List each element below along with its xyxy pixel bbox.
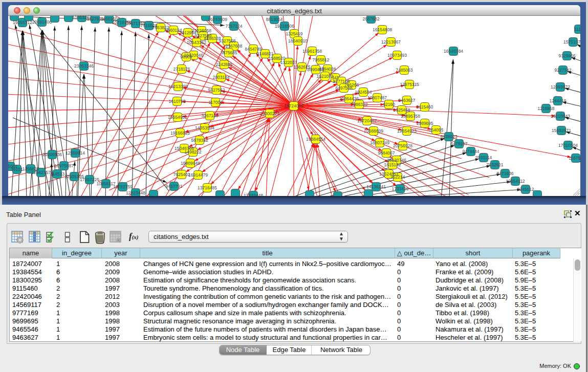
svg-text:18724007: 18724007: [284, 103, 303, 108]
svg-text:114513: 114513: [50, 171, 64, 177]
svg-text:9463627: 9463627: [398, 98, 415, 103]
svg-text:19218506: 19218506: [275, 24, 294, 29]
svg-text:117006: 117006: [208, 100, 223, 105]
svg-text:9227342: 9227342: [554, 68, 571, 73]
svg-text:2803144: 2803144: [212, 75, 229, 80]
svg-text:10654112: 10654112: [506, 179, 525, 184]
svg-text:12975115: 12975115: [400, 82, 419, 87]
svg-text:252214: 252214: [390, 174, 405, 180]
svg-text:12213967: 12213967: [381, 39, 401, 45]
svg-text:12823448: 12823448: [126, 190, 145, 195]
svg-text:1024554: 1024554: [355, 90, 372, 95]
svg-text:7357224: 7357224: [225, 24, 242, 29]
svg-text:1215958: 1215958: [537, 106, 554, 111]
svg-text:1733426: 1733426: [391, 186, 408, 191]
svg-text:1244419: 1244419: [549, 98, 566, 103]
svg-text:1498222: 1498222: [184, 149, 201, 155]
svg-text:12823448: 12823448: [244, 193, 263, 196]
svg-text:1615132: 1615132: [384, 162, 401, 167]
svg-text:1112: 1112: [574, 27, 580, 32]
svg-text:15751074: 15751074: [563, 39, 580, 45]
svg-text:13716485: 13716485: [198, 185, 217, 190]
svg-text:6479197: 6479197: [450, 141, 467, 146]
svg-text:16210643: 16210643: [551, 114, 570, 119]
svg-text:6794028: 6794028: [319, 67, 336, 72]
svg-text:20691406: 20691406: [32, 19, 52, 25]
svg-text:2718176: 2718176: [173, 67, 190, 72]
svg-text:9474444: 9474444: [462, 149, 479, 154]
svg-text:16409948: 16409948: [181, 161, 200, 166]
svg-text:2242845: 2242845: [215, 62, 232, 67]
svg-text:9457791: 9457791: [165, 184, 182, 189]
svg-text:16914479: 16914479: [188, 172, 208, 178]
svg-text:2687682: 2687682: [362, 16, 379, 21]
svg-text:1610755: 1610755: [168, 99, 185, 104]
svg-text:15692971: 15692971: [552, 128, 571, 133]
svg-text:1025458: 1025458: [393, 107, 410, 113]
svg-text:3267130: 3267130: [201, 113, 218, 118]
svg-text:8938923: 8938923: [440, 134, 457, 139]
svg-text:9684067: 9684067: [378, 150, 395, 156]
svg-text:12213399: 12213399: [168, 84, 188, 89]
svg-text:1089695: 1089695: [416, 121, 433, 126]
svg-text:23053346: 23053346: [74, 63, 94, 69]
svg-text:15720407: 15720407: [357, 118, 377, 123]
svg-text:16033809: 16033809: [208, 17, 227, 22]
svg-text:19654952: 19654952: [168, 115, 187, 120]
svg-text:164095: 164095: [429, 127, 444, 133]
svg-text:7955812: 7955812: [312, 57, 329, 62]
svg-text:7485063: 7485063: [396, 68, 412, 73]
svg-text:16782759: 16782759: [113, 184, 133, 189]
svg-text:10807487: 10807487: [367, 95, 387, 100]
svg-text:8813054: 8813054: [266, 17, 282, 22]
svg-text:1621072: 1621072: [316, 74, 333, 79]
svg-text:10973493: 10973493: [387, 53, 407, 58]
svg-text:16961758: 16961758: [302, 49, 322, 54]
svg-text:7625402: 7625402: [173, 172, 190, 177]
svg-text:12359914: 12359914: [66, 150, 85, 156]
svg-text:2367608: 2367608: [225, 43, 242, 49]
svg-text:12093872: 12093872: [551, 84, 570, 90]
svg-text:12942757: 12942757: [31, 170, 51, 175]
svg-text:17010504: 17010504: [558, 143, 578, 148]
svg-text:23226058: 23226058: [192, 28, 211, 33]
svg-text:20756928: 20756928: [393, 143, 412, 148]
svg-text:18807249: 18807249: [370, 140, 389, 145]
svg-text:13495758: 13495758: [401, 114, 420, 119]
svg-text:8471636: 8471636: [496, 171, 513, 176]
svg-text:3875685: 3875685: [220, 50, 237, 55]
svg-text:39151: 39151: [11, 167, 23, 172]
svg-text:9115460: 9115460: [417, 104, 433, 110]
svg-text:18640910: 18640910: [288, 38, 308, 43]
svg-text:7632621: 7632621: [486, 162, 503, 167]
svg-text:19166825: 19166825: [170, 130, 190, 136]
svg-text:10688609: 10688609: [364, 128, 383, 134]
svg-text:20364436: 20364436: [339, 96, 359, 101]
svg-text:9327508: 9327508: [219, 38, 235, 43]
svg-text:7986322: 7986322: [351, 102, 367, 107]
svg-text:19654923: 19654923: [397, 128, 417, 134]
svg-text:16154808: 16154808: [373, 27, 392, 32]
svg-text:19055712: 19055712: [13, 20, 32, 25]
svg-text:10975887: 10975887: [54, 163, 74, 168]
svg-text:9427552: 9427552: [208, 87, 225, 93]
svg-text:25300273: 25300273: [260, 111, 279, 116]
svg-text:19384554: 19384554: [306, 137, 325, 142]
svg-text:62160: 62160: [383, 102, 395, 107]
svg-text:2933114: 2933114: [475, 155, 492, 160]
svg-text:14353594: 14353594: [195, 125, 214, 130]
svg-text:98901: 98901: [180, 54, 192, 59]
svg-text:9245612: 9245612: [517, 187, 534, 192]
svg-text:1325419: 1325419: [286, 31, 302, 36]
svg-text:5878312: 5878312: [191, 138, 208, 143]
svg-text:116753: 116753: [569, 156, 580, 161]
svg-text:10543362: 10543362: [187, 40, 206, 45]
svg-text:6497508: 6497508: [335, 85, 352, 91]
svg-text:9329966: 9329966: [558, 53, 575, 58]
svg-text:14136141: 14136141: [366, 184, 386, 189]
svg-text:20206536: 20206536: [42, 152, 62, 157]
svg-text:16648784: 16648784: [444, 49, 463, 54]
